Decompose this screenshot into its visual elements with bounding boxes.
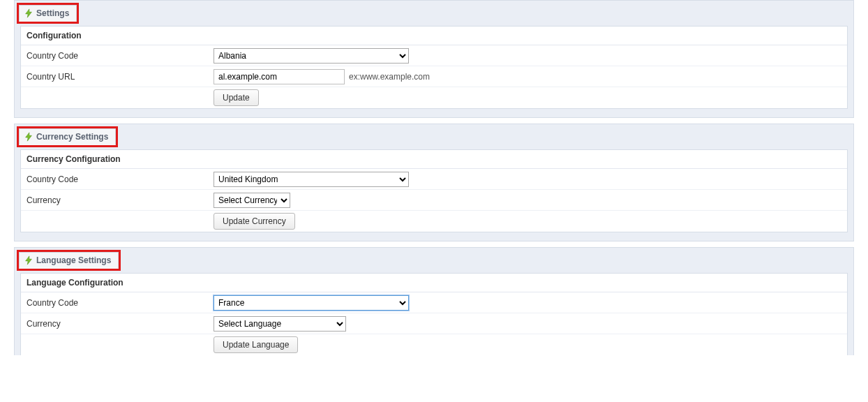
settings-panel-header: Settings xyxy=(15,1,853,26)
language-select[interactable]: Select Language xyxy=(214,316,346,332)
country-code-select[interactable]: Albania xyxy=(214,48,409,64)
currency-settings-panel: Currency Settings Currency Configuration… xyxy=(14,124,854,241)
currency-country-code-select[interactable]: United Kingdom xyxy=(214,172,409,187)
settings-panel: Settings Configuration Country Code Alba… xyxy=(14,0,854,118)
lightning-icon xyxy=(24,255,33,265)
update-language-button[interactable]: Update Language xyxy=(214,336,298,353)
currency-configuration-header: Currency Configuration xyxy=(21,150,847,169)
country-url-hint: ex:www.example.com xyxy=(349,72,430,82)
language-settings-panel: Language Settings Language Configuration… xyxy=(14,247,854,355)
currency-settings-tab[interactable]: Currency Settings xyxy=(19,128,116,145)
update-currency-row: Update Currency xyxy=(21,211,847,232)
currency-settings-panel-header: Currency Settings xyxy=(15,124,853,149)
language-settings-tab[interactable]: Language Settings xyxy=(19,252,119,269)
country-url-label: Country URL xyxy=(27,72,214,82)
country-code-row: Country Code Albania xyxy=(21,45,847,66)
country-url-input[interactable] xyxy=(214,69,345,84)
svg-marker-1 xyxy=(26,133,32,141)
update-button[interactable]: Update xyxy=(214,89,259,106)
currency-country-code-label: Country Code xyxy=(27,174,214,184)
country-code-label: Country Code xyxy=(27,51,214,61)
settings-tab[interactable]: Settings xyxy=(19,5,77,22)
svg-marker-0 xyxy=(26,9,32,17)
currency-select[interactable]: Select Currency xyxy=(214,193,290,208)
update-currency-button[interactable]: Update Currency xyxy=(214,213,295,230)
configuration-section: Configuration Country Code Albania Count… xyxy=(20,26,848,109)
language-configuration-header: Language Configuration xyxy=(21,274,847,292)
currency-label: Currency xyxy=(27,195,214,205)
currency-row: Currency Select Currency xyxy=(21,190,847,211)
language-country-code-label: Country Code xyxy=(27,298,214,308)
currency-settings-tab-label: Currency Settings xyxy=(36,132,108,142)
language-settings-panel-header: Language Settings xyxy=(15,248,853,273)
settings-tab-label: Settings xyxy=(36,8,69,18)
currency-country-code-row: Country Code United Kingdom xyxy=(21,169,847,190)
lightning-icon xyxy=(24,8,33,18)
language-label: Currency xyxy=(27,319,214,329)
language-country-code-row: Country Code France xyxy=(21,292,847,313)
currency-configuration-section: Currency Configuration Country Code Unit… xyxy=(20,149,848,232)
language-row: Currency Select Language xyxy=(21,313,847,334)
lightning-icon xyxy=(24,132,33,142)
configuration-header: Configuration xyxy=(21,27,847,45)
language-settings-tab-label: Language Settings xyxy=(36,255,111,265)
language-configuration-section: Language Configuration Country Code Fran… xyxy=(20,273,848,355)
country-url-row: Country URL ex:www.example.com xyxy=(21,66,847,87)
update-row: Update xyxy=(21,87,847,108)
update-language-row: Update Language xyxy=(21,334,847,355)
language-country-code-select[interactable]: France xyxy=(214,295,409,311)
svg-marker-2 xyxy=(26,256,32,265)
